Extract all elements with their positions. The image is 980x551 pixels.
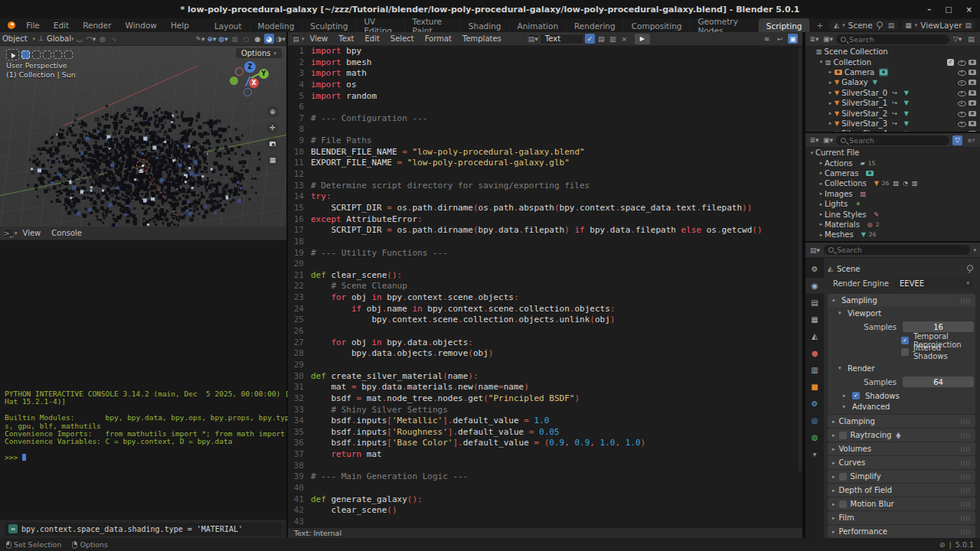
panel-raytracing[interactable]: ▸Raytracing⋕ |||| xyxy=(828,429,975,442)
code-line[interactable]: 42 clear_scene() xyxy=(288,505,802,517)
outliner-item-label[interactable]: Scene Collection xyxy=(825,47,888,56)
sampling-panel-header[interactable]: ▾ Sampling |||| xyxy=(828,294,975,307)
code-line[interactable]: 18 xyxy=(288,236,802,248)
expand-toggle[interactable]: ▸ xyxy=(827,69,834,75)
new-text-icon[interactable]: ▤ xyxy=(596,34,606,44)
expand-toggle[interactable]: ▸ xyxy=(827,80,834,86)
shading-solid-icon[interactable]: ● xyxy=(253,34,263,44)
menu-help[interactable]: Help xyxy=(164,18,196,32)
checkbox-unchecked[interactable] xyxy=(901,348,909,356)
tab-layout[interactable]: Layout xyxy=(207,18,250,32)
expand-toggle[interactable]: ▸ xyxy=(818,181,825,187)
outliner-item-label[interactable]: Collection xyxy=(834,58,871,67)
hide-eye-icon[interactable] xyxy=(958,99,965,106)
options-button[interactable]: Options ▾ xyxy=(236,48,282,58)
viewport-subpanel-header[interactable]: ▾ Viewport xyxy=(828,307,975,319)
outliner-row-collection[interactable]: ▾▥Collection✓ xyxy=(805,57,980,67)
axis-z-handle[interactable]: Z xyxy=(244,61,256,73)
disable-render-icon[interactable] xyxy=(969,100,976,106)
hide-eye-icon[interactable] xyxy=(958,69,965,76)
filter-icon[interactable]: ▽ xyxy=(952,135,962,145)
tab-modeling[interactable]: Modeling xyxy=(250,18,303,32)
code-line[interactable]: 39# --- Main Generation Logic --- xyxy=(288,471,802,483)
ortho-grid-icon[interactable]: ▦ xyxy=(266,154,279,166)
fake-user-shield-icon[interactable]: ✓ xyxy=(585,34,595,44)
expand-toggle[interactable]: ▸ xyxy=(818,191,825,197)
tab-scene[interactable]: ◭ xyxy=(805,328,824,344)
orientation-selector[interactable]: Global xyxy=(47,34,71,43)
pin-icon[interactable] xyxy=(876,21,882,30)
blender-logo-icon[interactable] xyxy=(6,21,16,30)
code-line[interactable]: 13# Determine script directory for savin… xyxy=(288,181,802,192)
properties-type-icon[interactable]: ▤▾ xyxy=(810,245,820,255)
console-menu-console[interactable]: Console xyxy=(46,229,87,237)
panel-film[interactable]: ▸Film|||| xyxy=(828,511,975,524)
code-area[interactable]: 1import bpy2import bmesh3import math4imp… xyxy=(288,46,802,527)
word-wrap-toggle-icon[interactable]: ↩ xyxy=(775,34,785,44)
tab-output[interactable]: ▤ xyxy=(805,295,824,311)
blendfile-row-collections[interactable]: ▸Collections▼26▨◔▥ xyxy=(805,178,980,188)
tab-world[interactable]: ● xyxy=(805,345,824,361)
hide-eye-icon[interactable] xyxy=(958,110,965,117)
tab-modifiers[interactable]: ⚙ xyxy=(805,396,824,412)
code-line[interactable]: 36 bsdf.inputs['Base Color'].default_val… xyxy=(288,438,802,449)
select-extend-button[interactable] xyxy=(32,51,41,59)
mode-selector[interactable]: Object xyxy=(0,34,33,43)
panel-grip-icon[interactable]: |||| xyxy=(961,529,971,535)
code-line[interactable]: 28 bpy.data.objects.remove(obj) xyxy=(288,348,802,360)
outliner-item-label[interactable]: SilverStar_2 xyxy=(841,109,887,118)
navigation-gizmo[interactable]: Z Y X xyxy=(228,60,273,104)
select-box-button[interactable] xyxy=(21,51,30,59)
expand-toggle[interactable]: ▸ xyxy=(827,90,834,96)
console-menu-view[interactable]: View xyxy=(18,229,47,237)
editor-menu-select[interactable]: Select xyxy=(385,34,420,43)
add-workspace-button[interactable]: + xyxy=(810,18,830,32)
panel-grip-icon[interactable]: |||| xyxy=(961,515,971,521)
tab-tool[interactable]: ⚙ xyxy=(805,261,824,277)
code-line[interactable]: 9# File Paths xyxy=(288,135,802,147)
blendfile-row-materials[interactable]: ▸Materials◍2 xyxy=(805,220,980,230)
code-line[interactable]: 32 bsdf = mat.node_tree.nodes.get("Princ… xyxy=(288,393,802,405)
outliner-row-silverstar_0[interactable]: ▸▼SilverStar_0↪▼ xyxy=(805,88,980,98)
checkbox-checked[interactable]: ✓ xyxy=(901,337,909,344)
code-line[interactable]: 29 xyxy=(288,360,802,371)
camera-view-icon[interactable] xyxy=(266,138,279,150)
shading-material-icon[interactable]: ◕ xyxy=(264,34,274,44)
outliner-row-silverstar_1[interactable]: ▸▼SilverStar_1↪▼ xyxy=(805,98,980,108)
tab-animation[interactable]: Animation xyxy=(510,18,567,32)
scrollbar[interactable] xyxy=(799,47,802,471)
pin-icon[interactable] xyxy=(966,264,972,273)
outliner-row-silverstar_2[interactable]: ▸▼SilverStar_2↪▼ xyxy=(805,108,980,118)
viewlayer-name[interactable]: ViewLayer xyxy=(920,21,962,30)
gizmo-toggle-icon[interactable]: ⊕▾ xyxy=(207,34,217,44)
code-line[interactable]: 24 if obj.name in bpy.context.scene.coll… xyxy=(288,304,802,315)
editor-menu-edit[interactable]: Edit xyxy=(359,34,384,43)
code-line[interactable]: 30def create_silver_material(name): xyxy=(288,371,802,383)
panel-curves[interactable]: ▸Curves|||| xyxy=(828,456,975,469)
tab-rendering[interactable]: Rendering xyxy=(567,18,624,32)
hide-eye-icon[interactable] xyxy=(958,120,965,127)
proportional-edit-icon[interactable]: ◎ xyxy=(98,34,108,44)
code-line[interactable]: 2import bmesh xyxy=(288,57,802,69)
open-text-icon[interactable]: ▥ xyxy=(608,34,618,44)
outliner-display-mode-icon[interactable]: ≣▾ xyxy=(809,34,819,44)
syntax-highlight-toggle-icon[interactable]: ▣ xyxy=(788,34,798,44)
zoom-icon[interactable]: ⊕ xyxy=(266,106,279,118)
axis-x-handle[interactable]: X xyxy=(249,78,259,88)
tab-compositing[interactable]: Compositing xyxy=(624,18,691,32)
blendfile-options-icon[interactable]: ▪▾ xyxy=(966,135,976,145)
expand-toggle[interactable]: ▸ xyxy=(818,160,825,166)
panel-depth-of-field[interactable]: ▸Depth of Field|||| xyxy=(828,484,975,497)
outliner-search-input[interactable]: Search xyxy=(836,34,949,44)
editor-menu-view[interactable]: View xyxy=(305,34,334,43)
tweak-tool-button[interactable]: ▲ xyxy=(6,49,19,60)
code-line[interactable]: 43 xyxy=(288,517,802,527)
snap-icon[interactable]: ◡ xyxy=(75,34,85,44)
outliner-item-label[interactable]: SilverStar_3 xyxy=(841,119,887,128)
blendfile-display-mode-icon[interactable]: ≣▾ xyxy=(809,135,819,145)
code-line[interactable]: 40 xyxy=(288,483,802,494)
expand-toggle[interactable]: ▸ xyxy=(827,100,834,106)
disable-render-icon[interactable] xyxy=(969,70,976,75)
code-line[interactable]: 35 bsdf.inputs['Roughness'].default_valu… xyxy=(288,427,802,439)
editor-menu-format[interactable]: Format xyxy=(420,34,457,43)
